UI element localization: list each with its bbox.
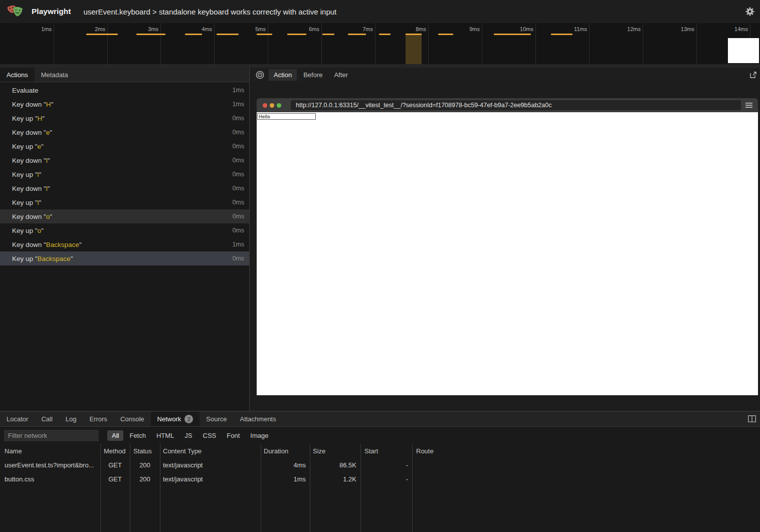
action-quote: " [41,227,44,234]
timeline-tick-label: 5ms [231,26,266,32]
timeline-action-bar[interactable] [322,34,334,35]
action-duration: 0ms [232,185,244,192]
column-header-size[interactable]: Size [310,447,360,455]
timeline-action-bar[interactable] [86,34,118,35]
action-quote: " [79,241,82,248]
action-quote: " [42,115,45,122]
app-header: Playwright userEvent.keyboard > standalo… [0,0,760,23]
timeline-tick-label: 4ms [177,26,212,32]
timeline[interactable]: 1ms 2ms 3ms 4ms 5ms [0,23,760,64]
action-row[interactable]: Key up "l" 0ms [0,195,249,209]
target-icon[interactable] [256,71,264,79]
timeline-action-bar[interactable] [551,34,573,35]
network-type-chip[interactable]: Fetch [125,430,150,441]
action-row[interactable]: Key down "l" 0ms [0,153,249,167]
action-duration: 0ms [232,129,244,136]
timeline-action-bar[interactable] [287,34,306,35]
details-panel: Locator Call Log Errors [0,411,760,532]
timeline-action-bar[interactable] [438,34,453,35]
tab[interactable]: Actions [0,68,35,82]
timeline-action-bar[interactable] [185,34,202,35]
action-row[interactable]: Key up "H" 0ms [0,111,249,125]
popout-icon[interactable] [749,71,757,79]
timeline-gridline [160,23,161,64]
action-row[interactable]: Key down "l" 0ms [0,181,249,195]
snapshot-toggle[interactable]: Action [269,69,297,81]
gear-icon[interactable] [745,7,754,16]
action-row[interactable]: Key up "Backspace" 0ms [0,251,249,265]
timeline-tick-label: 14ms [713,26,748,32]
timeline-action-bar[interactable] [348,34,366,35]
playwright-masks-logo [7,4,24,19]
action-title: Key down [12,129,44,136]
snapshot-toggle[interactable]: After [329,69,352,81]
cell-method: GET [100,475,130,483]
column-separator [160,444,160,532]
timeline-action-bar[interactable] [257,34,272,35]
timeline-tick-label: 9ms [445,26,480,32]
action-duration: 1ms [232,87,244,94]
action-row[interactable]: Key up "o" 0ms [0,223,249,237]
tab[interactable]: Metadata [35,68,75,82]
split-columns-icon[interactable] [748,415,756,422]
action-row[interactable]: Evaluate 1ms [0,83,249,97]
snapshot-toggle[interactable]: Before [298,69,327,81]
action-key-value: o [46,213,50,220]
action-row[interactable]: Key up "l" 0ms [0,167,249,181]
action-row[interactable]: Key down "Backspace" 1ms [0,237,249,251]
action-duration: 0ms [232,157,244,164]
details-tab[interactable]: Attachments [233,412,282,426]
actions-tabstrip: Actions Metadata [0,68,249,82]
timeline-action-bar[interactable] [136,34,165,35]
network-row[interactable]: button.css GET 200 text/javascript 1ms 1… [0,472,760,486]
action-duration: 0ms [232,213,244,220]
timeline-action-bar[interactable] [217,34,239,35]
details-tab[interactable]: Source [200,412,233,426]
network-type-chip[interactable]: HTML [152,430,178,441]
action-row[interactable]: Key down "e" 0ms [0,125,249,139]
action-title: Key up [12,255,35,262]
details-tab[interactable]: Log [59,412,83,426]
column-header-duration[interactable]: Duration [261,447,310,455]
details-tab[interactable]: Call [35,412,59,426]
column-header-route[interactable]: Route [412,447,760,455]
details-tab[interactable]: Console [114,412,151,426]
timeline-action-bar[interactable] [494,34,531,35]
details-tab[interactable]: Locator [0,412,35,426]
column-header-name[interactable]: Name [0,447,100,455]
timeline-gridline [482,23,482,64]
network-type-chip[interactable]: Image [246,430,273,441]
details-tab[interactable]: Errors [83,412,113,426]
cell-start: - [360,475,412,483]
network-type-chip[interactable]: CSS [199,430,221,441]
network-row[interactable]: userEvent.test.ts?import&bro... GET 200 … [0,458,760,472]
timeline-film-thumbnail[interactable] [728,38,759,63]
details-tabs: Locator Call Log Errors [0,412,283,426]
network-filter-input[interactable] [4,430,99,441]
timeline-tick-label: 8ms [391,26,426,32]
column-separator [412,444,413,532]
column-header-status[interactable]: Status [130,447,160,455]
details-tab[interactable]: Network 2 [151,412,200,426]
network-type-chip[interactable]: JS [180,430,197,441]
cell-name: button.css [0,475,100,483]
column-header-content-type[interactable]: Content Type [160,447,261,455]
column-header-start[interactable]: Start [360,447,412,455]
page-snapshot: http://127.0.0.1:63315/__vitest_test__/?… [257,98,758,395]
timeline-tick-label: 1ms [17,26,52,32]
details-tabstrip: Locator Call Log Errors [0,412,760,427]
action-key-value: e [38,143,42,150]
timeline-selected-range[interactable] [406,34,422,64]
network-type-chip[interactable]: Font [222,430,244,441]
action-row[interactable]: Key down "o" 0ms [0,209,249,223]
timeline-action-bar[interactable] [379,34,391,35]
network-type-chip[interactable]: All [107,430,123,441]
column-header-method[interactable]: Method [100,447,130,455]
action-row[interactable]: Key down "H" 1ms [0,97,249,111]
cell-size: 86.5K [310,461,360,469]
browser-chrome: http://127.0.0.1:63315/__vitest_test__/?… [257,98,758,112]
cell-size: 1.2K [310,475,360,483]
action-title: Key down [12,241,44,248]
action-row[interactable]: Key up "e" 0ms [0,139,249,153]
browser-menu-icon [745,102,752,108]
